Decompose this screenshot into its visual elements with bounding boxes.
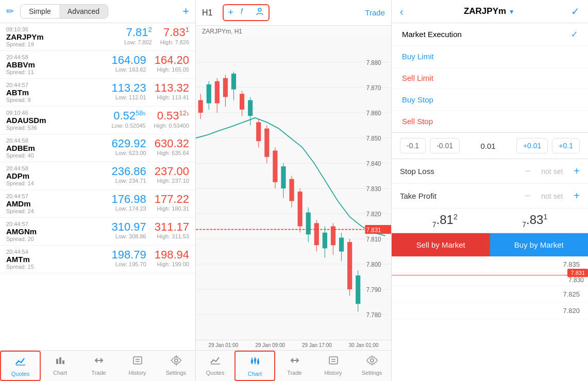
high-price: High: 311.53 <box>157 233 189 239</box>
chart-area: 7.831 7.880 7.870 7.860 7.850 7.840 7.83… <box>196 37 391 340</box>
chart-nav-settings[interactable]: Settings <box>352 351 391 381</box>
function-tool-button[interactable]: f <box>240 7 249 19</box>
list-item[interactable]: 09:10:46 ADAUSDm Spread: 536 0.52585 Low… <box>0 107 195 134</box>
high-price: High: 7.826 <box>160 39 189 45</box>
list-item[interactable]: 20:44:58 ABBVm Spread: 11 164.09 Low: 16… <box>0 51 195 79</box>
chart-toolbar: + f <box>223 4 270 21</box>
buy-stop-label: Buy Stop <box>402 95 578 104</box>
user-tool-button[interactable] <box>255 7 264 19</box>
nav-quotes[interactable]: Quotes <box>0 351 41 381</box>
symbol-dropdown-icon[interactable]: ▼ <box>509 8 515 15</box>
tab-advanced[interactable]: Advanced <box>59 5 108 18</box>
chart-nav-trade[interactable]: Trade <box>275 351 314 381</box>
back-button[interactable]: ‹ <box>400 6 404 18</box>
vol-plus-001[interactable]: +0.01 <box>516 138 548 153</box>
red-price-line <box>392 275 588 275</box>
take-profit-plus[interactable]: + <box>574 190 580 202</box>
quote-spread: Spread: 24 <box>6 208 111 214</box>
quote-symbol: ABTm <box>6 88 111 97</box>
order-type-buy-stop[interactable]: Buy Stop <box>392 89 588 111</box>
high-price: High: 113.41 <box>157 94 189 100</box>
vol-plus-01[interactable]: +0.1 <box>552 138 580 153</box>
buy-price: 7.831 <box>490 213 580 229</box>
bid-price: 236.86 <box>111 165 146 178</box>
svg-rect-29 <box>223 78 228 97</box>
low-price: Low: 308.86 <box>115 233 146 239</box>
sell-price: 7.812 <box>400 213 490 229</box>
svg-point-90 <box>371 359 374 362</box>
chart-nav-trade-label: Trade <box>287 370 301 376</box>
svg-point-10 <box>258 8 261 11</box>
quote-time: 09:10:46 <box>6 110 111 116</box>
low-price: Low: 7.802 <box>124 39 152 45</box>
take-profit-label: Take Profit <box>400 192 525 200</box>
nav-history[interactable]: History <box>118 351 157 381</box>
svg-text:7.820: 7.820 <box>366 211 381 218</box>
settings-icon <box>171 355 182 369</box>
nav-settings[interactable]: Settings <box>157 351 195 381</box>
quote-symbol: ADBEm <box>6 144 111 152</box>
price-level-row: 7.825 <box>392 286 588 303</box>
order-type-buy-limit[interactable]: Buy Limit <box>392 46 588 67</box>
chart-nav-chart[interactable]: Chart <box>234 351 275 381</box>
price-level-red-row: 7.831 7.830 <box>392 273 588 286</box>
list-item[interactable]: 20:44:57 ABTm Spread: 9 113.23 Low: 112.… <box>0 79 195 107</box>
svg-rect-3 <box>62 360 64 364</box>
tab-simple[interactable]: Simple <box>21 5 59 18</box>
nav-chart[interactable]: Chart <box>41 351 79 381</box>
trade-symbol: ZARJPYm ▼ <box>408 6 571 16</box>
ask-price: 198.94 <box>155 249 189 261</box>
chart-trade-button[interactable]: Trade <box>365 8 385 17</box>
price-level-row: 7.820 <box>392 303 588 319</box>
list-item[interactable]: 20:44:57 AMGNm Spread: 20 310.97 Low: 30… <box>0 218 195 246</box>
list-item[interactable]: 20:44:57 AMDm Spread: 24 176.98 Low: 174… <box>0 190 195 218</box>
order-type-sell-stop[interactable]: Sell Stop <box>392 111 588 132</box>
quote-time: 20:44:58 <box>6 54 111 60</box>
svg-rect-41 <box>273 151 277 182</box>
chart-nav-quotes[interactable]: Quotes <box>196 351 234 381</box>
order-type-sell-limit[interactable]: Sell Limit <box>392 67 588 89</box>
time-tick: 30 Jan 01:00 <box>349 342 379 348</box>
high-price: High: 237.10 <box>157 178 189 184</box>
ask-price: 113.32 <box>155 82 189 94</box>
list-item[interactable]: 20:44:58 ADBEm Spread: 40 629.92 Low: 62… <box>0 134 195 162</box>
time-tick: 29 Jan 09:00 <box>255 342 285 348</box>
svg-text:7.800: 7.800 <box>366 261 381 268</box>
chart-nav-chart-label: Chart <box>248 371 262 377</box>
order-type-market[interactable]: Market Execution ✓ <box>392 23 588 46</box>
svg-text:f: f <box>241 7 244 15</box>
chart-nav-history[interactable]: History <box>314 351 352 381</box>
list-item[interactable]: 20:44:54 AMTm Spread: 15 198.79 Low: 195… <box>0 246 195 273</box>
candlestick-chart: 7.831 7.880 7.870 7.860 7.850 7.840 7.83… <box>196 37 391 340</box>
quote-symbol: ADPm <box>6 171 111 180</box>
volume-row: -0.1 -0.01 0.01 +0.01 +0.1 <box>392 133 588 159</box>
ask-price: 7.831 <box>163 26 189 39</box>
svg-rect-79 <box>251 360 253 363</box>
high-price: High: 180.31 <box>157 205 189 212</box>
svg-rect-87 <box>329 357 338 364</box>
list-item[interactable]: 09:10:36 ZARJPYm Spread: 19 7.812 Low: 7… <box>0 23 195 51</box>
svg-rect-1 <box>56 359 58 364</box>
stop-loss-minus[interactable]: − <box>525 165 531 177</box>
list-item[interactable]: 20:44:58 ADPm Spread: 14 236.86 Low: 234… <box>0 162 195 190</box>
take-profit-minus[interactable]: − <box>525 190 531 202</box>
quote-spread: Spread: 536 <box>6 125 111 131</box>
edit-icon[interactable]: ✏ <box>6 6 14 17</box>
stop-loss-plus[interactable]: + <box>574 165 580 177</box>
quote-spread: Spread: 14 <box>6 180 111 186</box>
chart-nav-settings-label: Settings <box>362 370 382 376</box>
add-tool-button[interactable]: + <box>228 7 233 19</box>
confirm-check[interactable]: ✓ <box>571 5 580 18</box>
vol-minus-01[interactable]: -0.1 <box>400 138 426 153</box>
sell-by-market-button[interactable]: Sell by Market <box>392 233 490 256</box>
buy-limit-label: Buy Limit <box>402 52 578 61</box>
nav-chart-label: Chart <box>53 370 67 376</box>
nav-trade[interactable]: Trade <box>79 351 118 381</box>
svg-text:7.860: 7.860 <box>366 110 381 117</box>
svg-rect-85 <box>257 360 259 363</box>
vol-minus-001[interactable]: -0.01 <box>430 138 460 153</box>
buy-by-market-button[interactable]: Buy by Market <box>490 233 589 256</box>
low-price: Low: 0.52045 <box>111 123 145 129</box>
add-button[interactable]: + <box>182 6 189 17</box>
quote-time: 09:10:36 <box>6 26 124 32</box>
